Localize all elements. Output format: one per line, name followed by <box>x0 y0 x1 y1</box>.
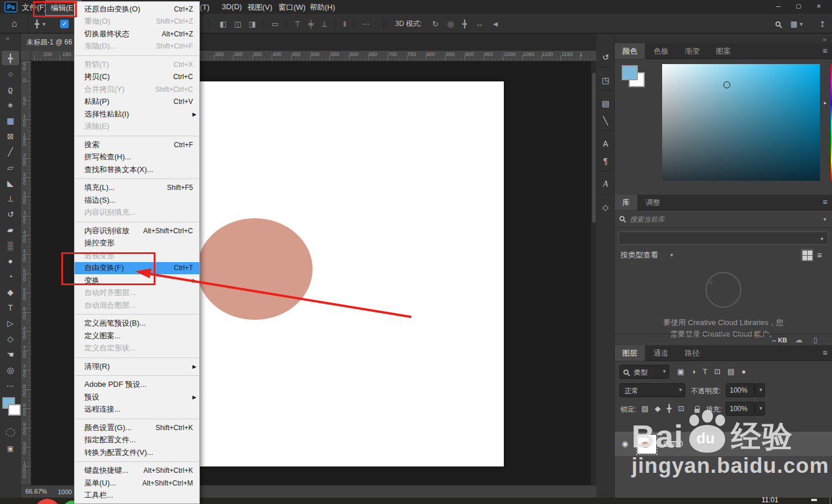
menu-item-25[interactable]: 自动对齐图层... <box>75 287 199 300</box>
menu-item-43[interactable]: 菜单(U)...Alt+Shift+Ctrl+M <box>75 477 199 490</box>
menu-item-6[interactable]: 拷贝(C)Ctrl+C <box>75 71 199 84</box>
filter-image-icon[interactable]: ▣ <box>677 367 684 376</box>
scrollbar-thumb[interactable] <box>592 73 596 223</box>
clone-stamp-tool[interactable]: ⊥ <box>2 191 19 206</box>
magic-wand-tool[interactable]: ∗ <box>2 98 19 112</box>
menu-item-18[interactable]: 内容识别填充... <box>75 207 199 219</box>
color-tab-图案[interactable]: 图案 <box>708 43 738 59</box>
menu-item-44[interactable]: 工具栏... <box>75 490 199 502</box>
libraries-tab-库[interactable]: 库 <box>615 195 637 210</box>
marquee-tool[interactable]: ○ <box>2 66 19 81</box>
brushes-panel-icon[interactable]: ╲ <box>596 113 615 128</box>
menu-item-9[interactable]: 选择性粘贴(I)▶ <box>75 108 199 121</box>
menu-item-30[interactable]: 定义自定形状... <box>75 342 199 355</box>
filter-type-icon[interactable]: T <box>703 367 707 376</box>
frame-tool[interactable]: ⊠ <box>2 129 19 143</box>
eyedropper-tool[interactable]: ╱ <box>2 144 19 159</box>
filter-adjustment-icon[interactable]: ◑ <box>691 367 696 376</box>
menu-window[interactable]: 窗口(W) <box>278 2 306 13</box>
panel-menu-icon[interactable]: ≡ <box>823 348 827 357</box>
foreground-color-swatch[interactable] <box>622 65 638 80</box>
search-button[interactable] <box>775 14 781 33</box>
paragraph-panel-icon[interactable]: ¶ <box>596 154 615 169</box>
menu-item-38[interactable]: 颜色设置(G)...Shift+Ctrl+K <box>75 421 199 434</box>
roll-3d-icon[interactable]: ◎ <box>447 20 454 28</box>
menu-item-12[interactable]: 搜索Ctrl+F <box>75 139 199 151</box>
layers-tab-图层[interactable]: 图层 <box>615 345 645 361</box>
align-right-icon[interactable]: ◨ <box>249 20 256 28</box>
zoom-level[interactable]: 66.67% <box>25 488 47 495</box>
menu-item-32[interactable]: 清理(R)▶ <box>75 360 199 373</box>
menu-item-34[interactable]: Adobe PDF 预设... <box>75 379 199 391</box>
menu-3d[interactable]: 3D(D) <box>222 2 242 11</box>
filter-pin-icon[interactable]: ● <box>741 367 746 376</box>
cloud-sync-icon[interactable]: ☁ <box>795 335 803 344</box>
tool-options-ellipsis[interactable]: ⋯ <box>2 378 19 393</box>
minimize-button[interactable]: – <box>770 0 787 14</box>
grid-view-icon[interactable] <box>801 249 814 262</box>
saturation-brightness-field[interactable] <box>662 64 820 181</box>
menu-item-40[interactable]: 转换为配置文件(V)... <box>75 446 199 459</box>
menu-item-10[interactable]: 清除(E) <box>75 121 199 133</box>
orbit-3d-icon[interactable]: ↻ <box>432 20 439 28</box>
share-button[interactable]: ↥ <box>819 14 826 33</box>
menu-item-5[interactable]: 剪切(T)Ctrl+X <box>75 58 199 71</box>
menu-item-39[interactable]: 指定配置文件... <box>75 434 199 447</box>
filter-smart-object-icon[interactable]: ▤ <box>727 367 734 376</box>
menu-view[interactable]: 视图(V) <box>247 2 272 13</box>
hand-tool[interactable]: ☚ <box>2 347 19 361</box>
color-tab-颜色[interactable]: 颜色 <box>615 43 645 59</box>
menu-item-14[interactable]: 查找和替换文本(X)... <box>75 163 199 176</box>
libraries-tab-调整[interactable]: 调整 <box>638 195 668 210</box>
drag-3d-icon[interactable]: ╋ <box>462 20 467 28</box>
opacity-input[interactable]: 100% <box>726 383 755 397</box>
menu-item-16[interactable]: 填充(L)...Shift+F5 <box>75 182 199 195</box>
brush-tool[interactable]: ◣ <box>2 176 19 190</box>
crop-tool[interactable]: ▦ <box>2 113 19 128</box>
move-tool[interactable]: ╋ <box>2 51 19 65</box>
list-view-icon[interactable]: ≡ <box>817 250 822 260</box>
color-tab-色板[interactable]: 色板 <box>646 43 676 59</box>
threed-panel-icon[interactable]: ◇ <box>596 200 615 215</box>
drawn-ellipse[interactable] <box>197 218 313 320</box>
slide-3d-icon[interactable]: ↔ <box>476 20 483 28</box>
lasso-tool[interactable]: ϱ <box>2 82 19 96</box>
menu-item-36[interactable]: 远程连接... <box>75 404 199 416</box>
menu-item-35[interactable]: 预设▶ <box>75 391 199 404</box>
color-tab-渐变[interactable]: 渐变 <box>677 43 707 59</box>
menu-help[interactable]: 帮助(H) <box>310 2 335 13</box>
menu-item-2[interactable]: 切换最终状态Alt+Ctrl+Z <box>75 28 199 40</box>
align-middle-icon[interactable]: ╪ <box>309 20 314 28</box>
align-top-icon[interactable]: ⊤ <box>294 20 300 28</box>
view-by-type-label[interactable]: 按类型查看 <box>621 250 658 260</box>
glyphs-panel-icon[interactable]: A <box>596 177 615 192</box>
quick-mask-button[interactable] <box>2 425 19 439</box>
align-bottom-icon[interactable]: ⊥ <box>321 20 328 28</box>
blur-tool[interactable]: ● <box>2 253 19 268</box>
color-picker-marker[interactable] <box>723 81 730 88</box>
layer-filter-type-select[interactable]: 类型 ▾ <box>619 365 669 379</box>
more-options-icon[interactable]: ⋯ <box>362 20 369 28</box>
character-panel-icon[interactable]: A <box>596 136 615 151</box>
canvas-scrollbar[interactable] <box>590 61 596 485</box>
panel-menu-icon[interactable]: ≡ <box>823 197 827 207</box>
shape-tool[interactable]: ◇ <box>2 331 19 346</box>
menu-item-17[interactable]: 描边(S)... <box>75 194 199 207</box>
type-tool[interactable]: T <box>2 300 19 315</box>
menu-item-28[interactable]: 定义画笔预设(B)... <box>75 318 199 330</box>
layers-tab-通道[interactable]: 通道 <box>646 345 676 361</box>
zoom-tool[interactable]: ◎ <box>2 363 19 377</box>
trash-icon[interactable]: ▯ <box>814 336 818 344</box>
distribute-horizontal-icon[interactable]: ▭ <box>272 20 278 28</box>
menu-item-13[interactable]: 拼写检查(H)... <box>75 151 199 164</box>
layers-tab-路径[interactable]: 路径 <box>677 345 707 361</box>
menu-item-3[interactable]: 渐隐(D)...Shift+Ctrl+F <box>75 40 199 53</box>
align-left-icon[interactable]: ◧ <box>220 20 226 28</box>
workspace-switcher[interactable]: ▦ ▾ <box>790 14 803 33</box>
distribute-vertical-icon[interactable]: ‖ <box>343 20 346 28</box>
screen-mode-button[interactable]: ▣ <box>2 441 19 456</box>
eraser-tool[interactable]: ▰ <box>2 222 19 237</box>
menu-item-26[interactable]: 自动混合图层... <box>75 299 199 312</box>
menu-item-0[interactable]: 还原自由变换(O)Ctrl+Z <box>75 3 199 16</box>
gradient-tool[interactable]: ▒ <box>2 238 19 252</box>
